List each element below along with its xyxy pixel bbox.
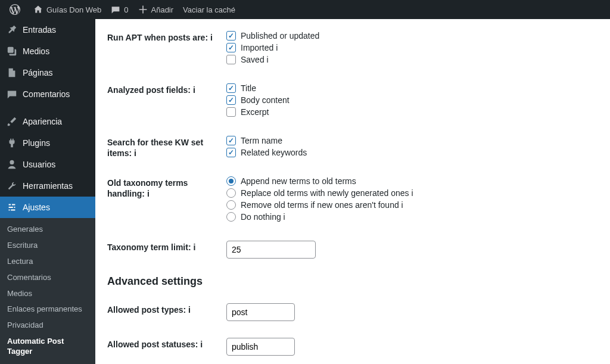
- radio-icon: [226, 200, 236, 210]
- user-icon: [6, 158, 18, 170]
- clear-cache-label: Vaciar la caché: [183, 5, 235, 14]
- menu-comments[interactable]: Comentarios: [0, 83, 95, 105]
- taxonomy-handling-label: Old taxonomy terms handling: i: [107, 176, 226, 199]
- comments-link[interactable]: 0: [106, 0, 133, 19]
- wordpress-icon: [10, 4, 20, 15]
- menu-plugins[interactable]: Plugins: [0, 132, 95, 154]
- wrench-icon: [6, 180, 18, 192]
- add-new-link[interactable]: Añadir: [133, 0, 179, 19]
- checkbox-icon: [226, 83, 236, 93]
- allowed-statuses-input[interactable]: [226, 338, 295, 356]
- menu-appearance[interactable]: Apariencia: [0, 111, 95, 132]
- menu-tools[interactable]: Herramientas: [0, 175, 95, 197]
- opt-imported[interactable]: Imported i: [226, 43, 610, 52]
- allowed-statuses-label: Allowed post statuses: i: [107, 338, 226, 350]
- menu-media[interactable]: Medios: [0, 41, 95, 62]
- checkbox-icon: [226, 55, 236, 64]
- menu-pages[interactable]: Páginas: [0, 62, 95, 83]
- opt-body[interactable]: Body content: [226, 95, 610, 105]
- allowed-types-label: Allowed post types: i: [107, 303, 226, 315]
- clear-cache-link[interactable]: Vaciar la caché: [178, 0, 240, 19]
- submenu-privacy[interactable]: Privacidad: [0, 318, 95, 334]
- submenu-reading[interactable]: Lectura: [0, 254, 95, 270]
- settings-content: Run APT when posts are: i Published or u…: [95, 19, 610, 364]
- sliders-icon: [6, 201, 18, 213]
- submenu-discussion[interactable]: Comentarios: [0, 270, 95, 286]
- term-limit-label: Taxonomy term limit: i: [107, 241, 226, 253]
- opt-term-name[interactable]: Term name: [226, 136, 610, 145]
- pin-icon: [6, 24, 18, 36]
- submenu-writing[interactable]: Escritura: [0, 238, 95, 254]
- submenu-general[interactable]: Generales: [0, 222, 95, 238]
- submenu-media[interactable]: Medios: [0, 286, 95, 302]
- menu-posts[interactable]: Entradas: [0, 19, 95, 41]
- brush-icon: [6, 116, 18, 127]
- menu-label: Entradas: [23, 25, 56, 35]
- checkbox-icon: [226, 107, 236, 117]
- radio-icon: [226, 188, 236, 198]
- analyzed-label: Analyzed post fields: i: [107, 83, 226, 95]
- opt-replace[interactable]: Replace old terms with newly generated o…: [226, 188, 610, 198]
- opt-append[interactable]: Append new terms to old terms: [226, 176, 610, 186]
- admin-sidebar: Entradas Medios Páginas Comentarios Apar…: [0, 19, 95, 364]
- run-apt-label: Run APT when posts are: i: [107, 31, 226, 43]
- checkbox-icon: [226, 31, 236, 41]
- home-icon: [33, 5, 43, 14]
- checkbox-icon: [226, 136, 236, 145]
- radio-icon: [226, 176, 236, 186]
- menu-label: Apariencia: [23, 117, 62, 126]
- checkbox-icon: [226, 148, 236, 157]
- menu-label: Páginas: [23, 68, 53, 77]
- checkbox-icon: [226, 43, 236, 52]
- radio-icon: [226, 212, 236, 222]
- plus-icon: [138, 5, 148, 14]
- opt-remove[interactable]: Remove old terms if new ones aren't foun…: [226, 200, 610, 210]
- settings-submenu: Generales Escritura Lectura Comentarios …: [0, 218, 95, 364]
- comments-count: 0: [124, 5, 128, 14]
- opt-published[interactable]: Published or updated: [226, 31, 610, 41]
- page-icon: [6, 67, 18, 79]
- opt-saved[interactable]: Saved i: [226, 55, 610, 64]
- submenu-wpsupercache[interactable]: WP Super Cache: [0, 360, 95, 364]
- menu-users[interactable]: Usuarios: [0, 154, 95, 175]
- menu-settings[interactable]: Ajustes: [0, 197, 95, 218]
- kw-label: Search for these KW set items: i: [107, 136, 226, 158]
- term-limit-input[interactable]: [226, 241, 316, 259]
- site-name: Guías Don Web: [46, 5, 101, 14]
- comment-icon: [111, 5, 120, 14]
- opt-nothing[interactable]: Do nothing i: [226, 212, 610, 222]
- menu-label: Plugins: [23, 138, 50, 148]
- opt-excerpt[interactable]: Excerpt: [226, 107, 610, 117]
- menu-label: Ajustes: [23, 203, 50, 212]
- comment-icon: [6, 88, 18, 100]
- menu-label: Usuarios: [23, 160, 55, 169]
- advanced-heading: Advanced settings: [107, 275, 610, 288]
- menu-label: Medios: [23, 46, 49, 56]
- media-icon: [6, 45, 18, 57]
- menu-label: Comentarios: [23, 89, 70, 99]
- opt-related-kw[interactable]: Related keywords: [226, 148, 610, 157]
- submenu-permalinks[interactable]: Enlaces permanentes: [0, 301, 95, 318]
- wp-logo[interactable]: [5, 0, 29, 19]
- add-new-label: Añadir: [151, 5, 174, 14]
- plug-icon: [6, 137, 18, 149]
- menu-label: Herramientas: [23, 181, 73, 191]
- opt-title[interactable]: Title: [226, 83, 610, 93]
- allowed-types-input[interactable]: [226, 303, 295, 321]
- checkbox-icon: [226, 95, 236, 105]
- site-name-link[interactable]: Guías Don Web: [29, 0, 106, 19]
- admin-bar: Guías Don Web 0 Añadir Vaciar la caché: [0, 0, 610, 19]
- submenu-apt[interactable]: Automatic Post Tagger: [0, 334, 95, 360]
